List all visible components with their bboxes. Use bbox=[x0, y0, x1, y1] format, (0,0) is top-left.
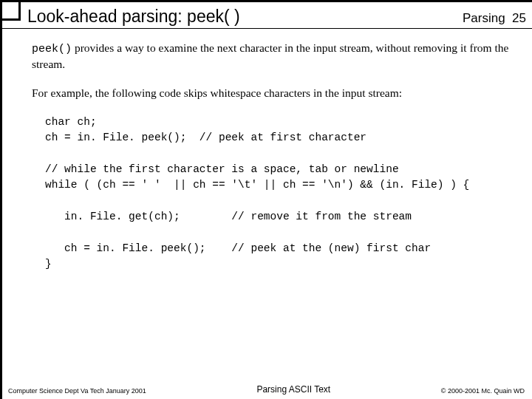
code-line: } bbox=[45, 258, 52, 270]
page-number: 25 bbox=[512, 11, 526, 25]
peek-token: peek() bbox=[32, 43, 72, 55]
code-line: ch = in. File. peek(); // peek at the (n… bbox=[45, 242, 431, 254]
intro-paragraph: peek() provides a way to examine the nex… bbox=[32, 41, 523, 72]
footer-left: Computer Science Dept Va Tech January 20… bbox=[8, 387, 146, 395]
section-label: Parsing bbox=[463, 11, 505, 25]
example-lead-in: For example, the following code skips wh… bbox=[32, 86, 523, 101]
code-block-1: char ch; ch = in. File. peek(); // peek … bbox=[45, 115, 523, 146]
code-line: in. File. get(ch); // remove it from the… bbox=[45, 211, 412, 222]
slide-footer: Computer Science Dept Va Tech January 20… bbox=[2, 384, 532, 395]
slide-body: peek() provides a way to examine the nex… bbox=[2, 29, 532, 272]
title-bar: Look-ahead parsing: peek( ) Parsing 25 bbox=[2, 2, 532, 29]
code-line: while ( (ch == ' ' || ch == '\t' || ch =… bbox=[45, 179, 469, 191]
slide-title: Look-ahead parsing: peek( ) bbox=[27, 7, 240, 27]
slide-section-page: Parsing 25 bbox=[463, 11, 526, 26]
slide-page: Look-ahead parsing: peek( ) Parsing 25 p… bbox=[0, 0, 532, 399]
intro-text: provides a way to examine the next chara… bbox=[32, 41, 508, 70]
corner-decoration bbox=[0, 0, 21, 21]
code-line: // while the first character is a space,… bbox=[45, 163, 399, 175]
code-block-4: ch = in. File. peek(); // peek at the (n… bbox=[45, 241, 523, 272]
code-block-2: // while the first character is a space,… bbox=[45, 162, 523, 193]
code-block-3: in. File. get(ch); // remove it from the… bbox=[45, 209, 523, 225]
code-line: ch = in. File. peek(); // peek at first … bbox=[45, 132, 366, 143]
footer-right: © 2000-2001 Mc. Quain WD bbox=[441, 387, 525, 395]
code-line: char ch; bbox=[45, 116, 97, 128]
footer-center: Parsing ASCII Text bbox=[256, 384, 330, 395]
